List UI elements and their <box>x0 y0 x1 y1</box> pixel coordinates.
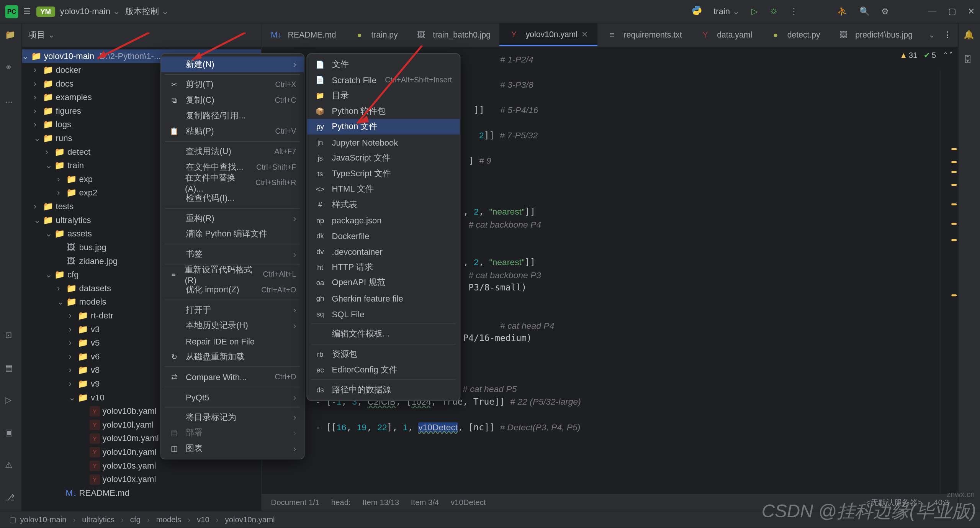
menu-item[interactable]: ◫图表› <box>161 441 304 456</box>
editor-tab[interactable]: Yyolov10n.yaml✕ <box>500 23 598 46</box>
menu-item[interactable]: 📋粘贴(P)Ctrl+V <box>161 123 304 139</box>
menu-item[interactable]: 打开于› <box>161 302 304 318</box>
menu-item-icon: ↻ <box>169 351 179 362</box>
close-icon[interactable]: ✕ <box>581 29 589 39</box>
notifications-icon[interactable]: 🔔 <box>964 30 975 42</box>
editor-tab[interactable]: Ydata.yaml <box>691 23 761 46</box>
menu-item[interactable]: ecEditorConfig 文件 <box>307 362 460 378</box>
menu-item-label: 查找用法(U) <box>186 146 231 157</box>
menu-item-icon: dk <box>315 231 325 241</box>
menu-item[interactable]: jsJavaScript 文件 <box>307 150 460 166</box>
chevron-right-icon: › <box>293 392 296 402</box>
vcs-icon[interactable]: ⎇ <box>5 492 17 504</box>
menu-item[interactable]: 检查代码(I)... <box>161 190 304 206</box>
more-icon[interactable]: ⋮ <box>790 7 798 16</box>
editor-tab[interactable]: 🖼predict4\bus.jpg <box>829 23 921 46</box>
menu-item[interactable]: ds路径中的数据源 <box>307 382 460 398</box>
menu-item[interactable]: tsTypeScript 文件 <box>307 166 460 181</box>
project-view-dropdown[interactable]: 项目 ⌄ <box>28 29 55 41</box>
context-menu-main: 新建(N)›✂剪切(T)Ctrl+X⧉复制(C)Ctrl+C复制路径/引用...… <box>160 53 304 459</box>
collapse-icon[interactable]: ▢ <box>9 515 16 524</box>
menu-item[interactable]: jnJupyter Notebook <box>307 134 460 150</box>
menu-item[interactable]: ⇄Compare With...Ctrl+D <box>161 369 304 385</box>
chevron-down-icon[interactable]: ⌄ <box>928 30 936 39</box>
tree-row[interactable]: Yyolov10x.yaml <box>22 472 261 486</box>
more-icon[interactable]: … <box>5 95 17 107</box>
breadcrumb-item[interactable]: cfg <box>130 515 141 524</box>
menu-item[interactable]: nppackage.json <box>307 213 460 228</box>
minimize-icon[interactable]: — <box>928 7 936 16</box>
menu-item[interactable]: 复制路径/引用... <box>161 108 304 124</box>
breadcrumb-item[interactable]: ultralytics <box>82 515 115 524</box>
inspection-widget[interactable]: ▲ 31 ✔ 5 ˄ ˅ <box>900 51 953 60</box>
menu-item[interactable]: ghGherkin feature file <box>307 290 460 306</box>
menu-item[interactable]: 书签› <box>161 246 304 262</box>
run-config-dropdown[interactable]: train ⌄ <box>713 7 739 16</box>
breadcrumb-item[interactable]: models <box>156 515 182 524</box>
editor-tab[interactable]: ≡requirements.txt <box>598 23 691 46</box>
menu-item[interactable]: ↻从磁盘重新加载 <box>161 349 304 365</box>
breadcrumb-item[interactable]: v10 <box>197 515 209 524</box>
services-icon[interactable]: ▤ <box>5 362 17 374</box>
menu-item[interactable]: 查找用法(U)Alt+F7 <box>161 144 304 159</box>
maximize-icon[interactable]: ▢ <box>948 7 956 16</box>
menu-item-label: 在文件中替换(A)... <box>185 172 249 193</box>
menu-item[interactable]: 在文件中替换(A)...Ctrl+Shift+R <box>161 175 304 190</box>
database-icon[interactable]: 🗄 <box>964 54 975 66</box>
menu-item[interactable]: oaOpenAPI 规范 <box>307 275 460 290</box>
debug-icon[interactable]: ⛭ <box>770 7 778 16</box>
menu-item[interactable]: ≡重新设置代码格式(R)Ctrl+Alt+L <box>161 266 304 282</box>
breadcrumb-item[interactable]: yolov10-main <box>20 515 67 524</box>
up-icon[interactable]: ˄ <box>944 51 947 60</box>
run-icon[interactable]: ▷ <box>751 7 758 16</box>
menu-item-shortcut: Ctrl+Shift+F <box>256 163 296 171</box>
minimap[interactable] <box>940 70 958 494</box>
menu-item[interactable]: dkDockerfile <box>307 228 460 244</box>
menu-item[interactable]: 优化 import(Z)Ctrl+Alt+O <box>161 282 304 298</box>
python-console-icon[interactable]: ⊡ <box>5 330 17 342</box>
menu-item[interactable]: rb资源包 <box>307 346 460 362</box>
tree-label: yolov10-main <box>44 51 94 61</box>
menu-item[interactable]: dv.devcontainer <box>307 244 460 259</box>
menu-item[interactable]: 清除 Python 编译文件 <box>161 226 304 242</box>
close-icon[interactable]: ✕ <box>968 7 975 16</box>
menu-item[interactable]: 将目录标记为› <box>161 409 304 425</box>
menu-item[interactable]: 重构(R)› <box>161 210 304 226</box>
menu-item[interactable]: ⧉复制(C)Ctrl+C <box>161 92 304 108</box>
editor-tab[interactable]: 🖼train_batch0.jpg <box>407 23 499 46</box>
settings-icon[interactable]: ⚙ <box>881 7 889 16</box>
run-tool-icon[interactable]: ▷ <box>5 395 17 407</box>
menu-item-icon: oa <box>315 277 325 288</box>
menu-item[interactable]: ✂剪切(T)Ctrl+X <box>161 77 304 92</box>
menu-item[interactable]: 编辑文件模板... <box>307 326 460 342</box>
tree-label: yolov10x.yaml <box>103 474 156 484</box>
vcs-dropdown[interactable]: 版本控制 ⌄ <box>125 5 169 17</box>
chevron-right-icon: › <box>293 443 296 453</box>
menu-icon[interactable]: ☰ <box>23 7 31 16</box>
menu-item[interactable]: sqSQL File <box>307 306 460 322</box>
project-name-dropdown[interactable]: yolov10-main ⌄ <box>60 7 120 16</box>
more-icon[interactable]: ⋮ <box>943 30 952 39</box>
tree-row[interactable]: M↓README.md <box>22 486 261 500</box>
editor-tab[interactable]: M↓README.md <box>262 23 345 46</box>
menu-item[interactable]: #样式表 <box>307 197 460 213</box>
menu-item[interactable]: <>HTML 文件 <box>307 181 460 197</box>
search-icon[interactable]: 🔍 <box>859 7 870 16</box>
problems-icon[interactable]: ⚠ <box>5 460 17 472</box>
editor-tab[interactable]: ●detect.py <box>761 23 829 46</box>
structure-icon[interactable]: ⚭ <box>5 62 17 74</box>
status-server[interactable]: <无默认服务器> <box>866 497 922 508</box>
terminal-icon[interactable]: ▣ <box>5 428 17 439</box>
editor-tab[interactable]: ●train.py <box>345 23 407 46</box>
tree-row[interactable]: Yyolov10s.yaml <box>22 459 261 472</box>
down-icon[interactable]: ˅ <box>949 51 953 60</box>
code-with-me-icon[interactable]: ⛹ <box>837 7 847 16</box>
menu-item[interactable]: htHTTP 请求 <box>307 259 460 275</box>
menu-item-label: 打开于 <box>186 304 211 316</box>
menu-item[interactable]: PyQt5› <box>161 389 304 405</box>
dir-icon: 📁 <box>78 310 88 321</box>
breadcrumb-item[interactable]: yolov10n.yaml <box>225 515 275 524</box>
menu-item[interactable]: 本地历史记录(H)› <box>161 318 304 333</box>
folder-icon[interactable]: 📁 <box>5 30 17 42</box>
menu-item[interactable]: Repair IDE on File <box>161 333 304 349</box>
